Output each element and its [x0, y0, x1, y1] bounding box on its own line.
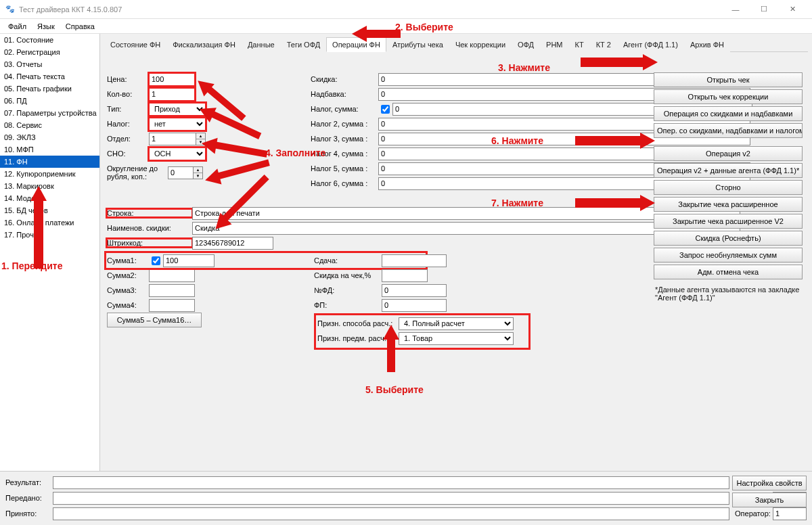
main-pane: Состояние ФН Фискализация ФН Данные Теги… [100, 34, 812, 471]
sidebar-item[interactable]: 17. Прочее [0, 229, 99, 241]
input-fp[interactable] [382, 299, 447, 312]
menu-file[interactable]: Файл [3, 21, 32, 32]
button-more-sums[interactable]: Сумма5 – Сумма16… [107, 313, 202, 327]
button-settings[interactable]: Настройка свойств [732, 476, 807, 490]
label-shk: Штрихкод: [107, 239, 192, 247]
sidebar-item[interactable]: 14. Модем [0, 192, 99, 204]
button-storno[interactable]: Сторно [654, 180, 803, 195]
button-close[interactable]: Закрыть [732, 493, 807, 507]
select-sno[interactable]: ОСН [149, 147, 206, 160]
sidebar-item[interactable]: 03. Отчеты [0, 58, 99, 70]
label-round: Округление до рубля, коп.: [107, 164, 168, 181]
label-s3: Сумма3: [107, 286, 149, 294]
minimize-button[interactable]: — [721, 1, 750, 18]
label-n3: Налог 3, сумма : [311, 135, 378, 143]
sidebar-item[interactable]: 15. БД чеков [0, 204, 99, 216]
label-price: Цена: [107, 75, 149, 83]
button-rosneft[interactable]: Скидка (Роснефть) [654, 231, 803, 246]
input-skchk[interactable] [382, 269, 428, 282]
input-round[interactable] [168, 166, 194, 179]
input-sdacha[interactable] [382, 254, 447, 267]
label-recv: Принято: [5, 509, 53, 518]
sidebar-item[interactable]: 02. Регистрация [0, 46, 99, 58]
input-recv[interactable] [53, 507, 729, 520]
tab[interactable]: Теги ОФД [281, 37, 326, 52]
close-window-button[interactable]: ✕ [778, 1, 807, 18]
tab[interactable]: Атрибуты чека [386, 37, 449, 52]
sidebar-item-fn[interactable]: 11. ФН [0, 156, 99, 168]
label-n5: Налог 5, сумма : [311, 164, 378, 173]
button-query-sums[interactable]: Запрос необнуляемых сумм [654, 248, 803, 262]
menu-lang[interactable]: Язык [32, 21, 60, 32]
select-type[interactable]: Приход [149, 103, 206, 116]
check-taxsum[interactable] [381, 105, 390, 114]
button-op-discount-tax[interactable]: Опер. со скидками, надбавками и налогом [654, 123, 803, 138]
sidebar-item[interactable]: 09. ЭКЛЗ [0, 131, 99, 143]
label-tax: Налог: [107, 120, 149, 128]
spinner-round[interactable]: ▲▼ [194, 166, 203, 179]
tab[interactable]: Данные [242, 37, 281, 52]
button-close-ext-v2[interactable]: Закрытие чека расширенное V2 [654, 214, 803, 229]
sidebar-item[interactable]: 04. Печать текста [0, 70, 99, 83]
sidebar-item[interactable]: 07. Параметры устройства [0, 107, 99, 119]
select-tax[interactable]: нет [149, 118, 206, 131]
tab[interactable]: Фискализация ФН [166, 37, 242, 52]
button-open-correction[interactable]: Открыть чек коррекции [654, 89, 803, 104]
input-price[interactable] [149, 73, 195, 86]
tab[interactable]: Чек коррекции [449, 37, 512, 52]
input-shk[interactable] [192, 237, 273, 250]
select-psr[interactable]: 4. Полный расчет [399, 317, 514, 330]
sidebar-item[interactable]: 12. Купюроприемник [0, 168, 99, 180]
sidebar-item[interactable]: 08. Сервис [0, 119, 99, 131]
sidebar-item[interactable]: 05. Печать графики [0, 83, 99, 95]
app-icon: 🐾 [5, 5, 15, 14]
button-close-ext[interactable]: Закрытие чека расширенное [654, 197, 803, 212]
label-qty: Кол-во: [107, 90, 149, 98]
tab[interactable]: ОФД [512, 37, 540, 52]
label-fp: ФП: [314, 301, 382, 309]
input-result[interactable] [53, 476, 729, 489]
button-adm-cancel[interactable]: Адм. отмена чека [654, 265, 803, 279]
maximize-button[interactable]: ☐ [750, 1, 778, 18]
label-sent: Передано: [5, 494, 53, 502]
tabbar: Состояние ФН Фискализация ФН Данные Теги… [104, 37, 808, 52]
input-s4[interactable] [149, 299, 195, 312]
input-s2[interactable] [149, 269, 195, 282]
select-ppr[interactable]: 1. Товар [399, 332, 514, 345]
label-result: Результат: [5, 478, 53, 486]
button-op-discount[interactable]: Операция со скидками и надбавками [654, 106, 803, 121]
sidebar-item[interactable]: 16. Онлайн платежи [0, 216, 99, 229]
sidebar: 01. Состояние 02. Регистрация 03. Отчеты… [0, 34, 100, 471]
input-oper[interactable] [773, 507, 807, 520]
button-op-v2-agent[interactable]: Операция v2 + данные агента (ФФД 1.1)* [654, 163, 803, 178]
input-s3[interactable] [149, 284, 195, 297]
agent-note: *Данные агента указываются на закладке "… [654, 281, 803, 306]
spinner-dept[interactable]: ▲▼ [196, 133, 206, 145]
label-stroka: Строка: [107, 209, 192, 217]
input-dept[interactable] [149, 133, 196, 145]
label-taxsum: Налог, сумма: [311, 105, 378, 113]
sidebar-item[interactable]: 13. Маркировк [0, 180, 99, 192]
check-s1[interactable] [152, 256, 160, 265]
button-op-v2[interactable]: Операция v2 [654, 146, 803, 161]
label-n2: Налог 2, сумма : [311, 120, 378, 128]
label-sdacha: Сдача: [314, 256, 382, 265]
input-s1[interactable] [163, 254, 215, 267]
tab[interactable]: РНМ [540, 37, 568, 52]
tab-operations-fn[interactable]: Операции ФН [326, 37, 386, 52]
tab[interactable]: Состояние ФН [104, 37, 166, 52]
sidebar-item[interactable]: 01. Состояние [0, 34, 99, 46]
tab[interactable]: Агент (ФФД 1.1) [617, 37, 684, 52]
tab[interactable]: Архив ФН [684, 37, 730, 52]
tab[interactable]: КТ [569, 37, 590, 52]
input-nfd[interactable] [382, 284, 447, 297]
label-type: Тип: [107, 105, 149, 113]
input-qty[interactable] [149, 88, 195, 101]
menu-help[interactable]: Справка [60, 21, 100, 32]
sidebar-item[interactable]: 10. МФП [0, 143, 99, 156]
button-open-check[interactable]: Открыть чек [654, 72, 803, 87]
label-n4: Налог 4, сумма : [311, 150, 378, 158]
sidebar-item[interactable]: 06. ПД [0, 95, 99, 107]
tab[interactable]: КТ 2 [590, 37, 617, 52]
input-sent[interactable] [53, 492, 729, 505]
